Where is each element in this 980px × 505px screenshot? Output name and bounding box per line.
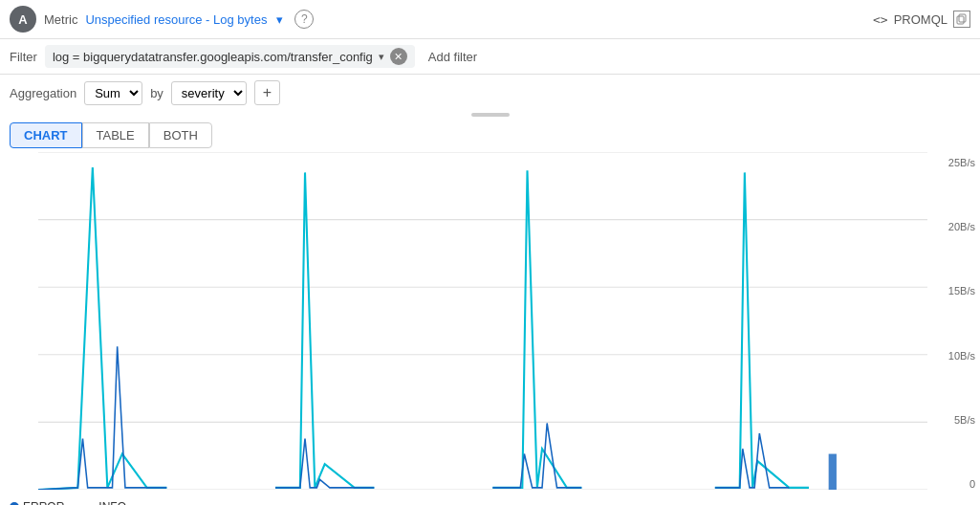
- chart-svg-container: [38, 152, 927, 490]
- chevron-down-icon[interactable]: ▾: [379, 51, 384, 63]
- aggregation-row: Aggregation Sum by severity +: [0, 75, 980, 111]
- svg-rect-8: [829, 454, 837, 490]
- info-legend-label: INFO: [98, 500, 126, 506]
- promql-label: PROMQL: [894, 12, 947, 27]
- legend-info: INFO: [79, 500, 126, 506]
- x-axis: UTC-5 12:10 PM 12:15 PM 12:20 PM 12:25 P…: [38, 494, 927, 505]
- y-label-5: 5B/s: [932, 414, 975, 426]
- y-label-10: 10B/s: [932, 350, 975, 362]
- legend-error: ERROR: [10, 500, 64, 506]
- chart-area: 25B/s 20B/s 15B/s 10B/s 5B/s 0: [0, 152, 980, 505]
- copy-icon[interactable]: [953, 11, 970, 28]
- y-label-25: 25B/s: [932, 157, 975, 168]
- aggregation-label: Aggregation: [10, 86, 76, 100]
- metric-value[interactable]: Unspecified resource - Log bytes: [85, 12, 267, 27]
- y-label-15: 15B/s: [932, 285, 975, 296]
- tab-table[interactable]: TABLE: [82, 122, 149, 148]
- tab-chart[interactable]: CHART: [10, 122, 82, 148]
- add-filter-button[interactable]: Add filter: [423, 47, 483, 67]
- metric-label: Metric: [44, 12, 77, 27]
- tab-both[interactable]: BOTH: [149, 122, 212, 148]
- view-tabs: CHART TABLE BOTH: [0, 119, 980, 152]
- promql-button[interactable]: <> PROMQL: [873, 11, 970, 28]
- filter-chip-remove[interactable]: ✕: [390, 48, 407, 65]
- filter-chip-value: log = bigquerydatatransfer.googleapis.co…: [53, 50, 373, 64]
- error-legend-icon: [10, 502, 19, 506]
- chart-svg: [38, 152, 927, 490]
- help-icon[interactable]: ?: [294, 10, 314, 29]
- metric-dropdown-icon[interactable]: ▾: [276, 12, 283, 27]
- by-label: by: [150, 86, 163, 100]
- error-legend-label: ERROR: [23, 500, 64, 506]
- divider-row: [0, 111, 980, 119]
- y-label-0: 0: [932, 478, 975, 490]
- legend: ERROR INFO: [10, 494, 126, 505]
- y-label-20: 20B/s: [932, 221, 975, 232]
- severity-select[interactable]: severity: [171, 81, 247, 105]
- filter-label: Filter: [10, 50, 37, 64]
- avatar: A: [10, 6, 36, 33]
- resize-handle[interactable]: [471, 113, 510, 117]
- svg-rect-1: [959, 14, 966, 22]
- top-bar: A Metric Unspecified resource - Log byte…: [0, 0, 980, 39]
- filter-chip[interactable]: log = bigquerydatatransfer.googleapis.co…: [45, 45, 415, 68]
- promql-icon: <>: [873, 12, 888, 27]
- svg-rect-0: [957, 16, 964, 24]
- aggregation-select[interactable]: Sum: [84, 81, 142, 105]
- add-aggregation-button[interactable]: +: [254, 80, 280, 105]
- y-axis: 25B/s 20B/s 15B/s 10B/s 5B/s 0: [932, 152, 980, 490]
- filter-row: Filter log = bigquerydatatransfer.google…: [0, 39, 980, 75]
